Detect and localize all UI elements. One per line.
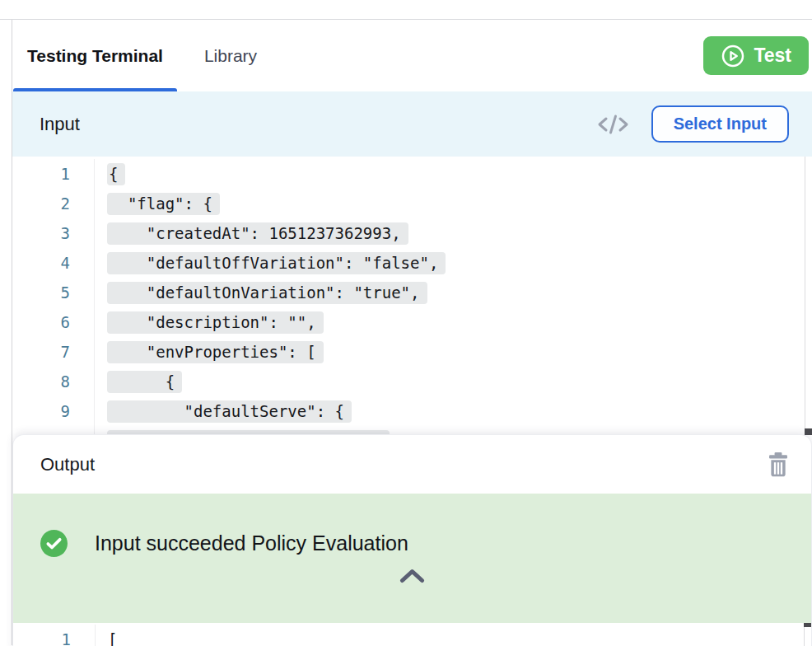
code-line[interactable]: 4 "defaultOffVariation": "false",: [12, 248, 812, 278]
line-number: 4: [12, 248, 95, 278]
selected-code-text: "description": "",: [107, 311, 324, 334]
selected-code-text: {: [107, 163, 125, 185]
code-text: "envProperties": [: [95, 337, 324, 367]
selected-code-text: "defaultOnVariation": "true",: [107, 282, 427, 304]
line-number: 5: [12, 278, 95, 307]
code-line[interactable]: 1{: [12, 159, 812, 189]
clear-output-button[interactable]: [767, 451, 790, 478]
code-line[interactable]: 8 {: [12, 367, 812, 396]
line-number: 6: [12, 307, 95, 337]
code-text: [: [96, 625, 117, 646]
line-number: 7: [12, 337, 95, 367]
input-code-editor[interactable]: 1{2 "flag": {3 "createdAt": 165123736299…: [12, 157, 812, 441]
selected-code-text: "defaultServe": {: [107, 400, 352, 423]
line-number: 1: [13, 625, 96, 646]
code-text: "defaultOnVariation": "true",: [95, 278, 427, 307]
code-brackets-icon: [596, 113, 630, 136]
selected-code-text: "flag": {: [107, 193, 220, 215]
code-text: "createdAt": 1651237362993,: [95, 218, 408, 248]
check-circle-icon: [40, 530, 68, 557]
test-button-label: Test: [754, 44, 791, 67]
line-number: 3: [12, 218, 95, 248]
terminal-frame: Testing Terminal Library Test Input: [12, 20, 812, 645]
collapse-banner-button[interactable]: [399, 568, 426, 584]
code-line[interactable]: 7 "envProperties": [: [12, 337, 812, 367]
code-line[interactable]: 5 "defaultOnVariation": "true",: [12, 278, 812, 307]
line-number: 1: [12, 159, 95, 189]
output-panel: Output: [12, 434, 812, 646]
tab-bar: Testing Terminal Library Test: [12, 20, 812, 91]
selected-code-text: "defaultOffVariation": "false",: [107, 252, 446, 274]
code-text: "description": "",: [95, 307, 324, 337]
input-scrollbar-thumb[interactable]: [805, 428, 812, 435]
code-line[interactable]: 6 "description": "",: [12, 307, 812, 337]
code-line[interactable]: 1[: [13, 625, 811, 646]
code-text: "flag": {: [95, 189, 220, 218]
code-text: "defaultOffVariation": "false",: [95, 248, 446, 278]
code-text: {: [95, 367, 182, 396]
line-number: 9: [12, 396, 95, 426]
input-header-actions: Select Input: [596, 105, 789, 143]
code-line[interactable]: 2 "flag": {: [12, 189, 812, 218]
play-circle-icon: [721, 44, 745, 68]
output-code-editor[interactable]: 1[: [13, 623, 811, 646]
chevron-up-icon: [399, 568, 426, 584]
tab-library-label: Library: [204, 46, 257, 66]
status-message: Input succeeded Policy Evaluation: [95, 531, 408, 555]
output-scrollbar-thumb[interactable]: [804, 623, 811, 627]
input-section-title: Input: [40, 114, 80, 135]
output-section-title: Output: [40, 454, 95, 475]
line-number: 2: [12, 189, 95, 218]
status-banner: Input succeeded Policy Evaluation: [13, 494, 811, 623]
code-text: "defaultServe": {: [95, 396, 352, 426]
trash-icon: [767, 451, 790, 478]
input-scrollbar-track[interactable]: [805, 157, 805, 441]
top-margin-strip: [0, 0, 812, 20]
selected-code-text: {: [107, 371, 182, 393]
status-row: Input succeeded Policy Evaluation: [13, 494, 811, 557]
line-number: 8: [12, 367, 95, 396]
select-input-button[interactable]: Select Input: [651, 105, 789, 143]
input-section-header: Input Select Input: [12, 91, 812, 157]
test-button[interactable]: Test: [703, 36, 809, 75]
code-text: {: [95, 159, 125, 189]
selected-code-text: "envProperties": [: [107, 341, 324, 363]
code-line[interactable]: 3 "createdAt": 1651237362993,: [12, 218, 812, 248]
tab-testing-terminal[interactable]: Testing Terminal: [12, 20, 178, 91]
output-section-header: Output: [13, 435, 811, 494]
tab-testing-terminal-label: Testing Terminal: [27, 46, 163, 66]
code-line[interactable]: 9 "defaultServe": {: [12, 396, 812, 426]
selected-code-text: "createdAt": 1651237362993,: [107, 222, 408, 245]
tab-library[interactable]: Library: [201, 20, 260, 91]
code-view-button[interactable]: [596, 113, 630, 136]
